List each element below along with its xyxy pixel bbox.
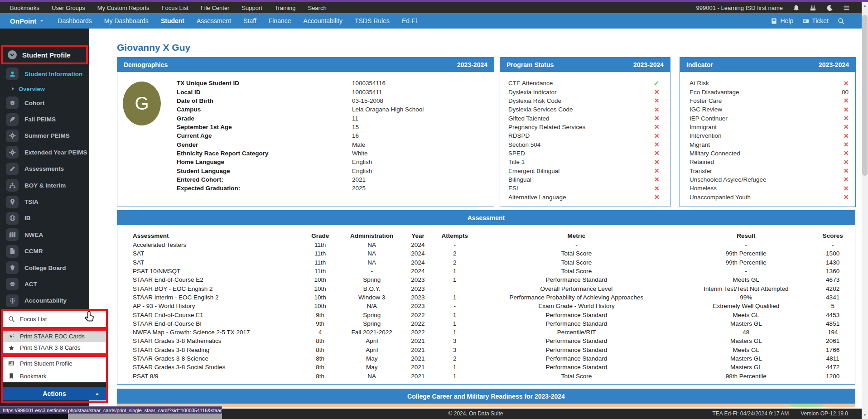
nav-item[interactable]: TSDS Rules	[355, 17, 390, 24]
nav-item[interactable]: Staff	[243, 17, 256, 24]
table-row: SAT 11th NA 2024 2 Total Score 99th Perc…	[117, 258, 855, 267]
grad-cap-icon	[9, 100, 16, 106]
top-menu-item[interactable]: Search	[308, 5, 326, 11]
demographics-panel: Demographics 2023-2024 G TX Unique Stude…	[117, 57, 494, 207]
top-menu-item[interactable]: User Groups	[52, 5, 85, 11]
top-menu-item[interactable]: Focus List	[162, 5, 188, 11]
sidebar-item[interactable]: Extended Year PEIMS	[0, 144, 89, 160]
print-cards-annotation: Print STAAR EOC Cards Print STAAR 3-8 Ca…	[1, 329, 108, 355]
sidebar-item[interactable]: CCMR	[0, 243, 89, 260]
assessment-table: Assessment Grade Administration Year Att…	[117, 231, 855, 380]
status-mark-icon: ×	[844, 150, 849, 156]
chevron-down-icon	[39, 19, 44, 23]
sidebar-item[interactable]: IB	[0, 210, 89, 226]
nav-right-link[interactable]: Help	[771, 17, 793, 24]
sidebar-item[interactable]: Assessments	[0, 161, 89, 177]
actions-button[interactable]: Actions	[3, 387, 106, 400]
nav-item[interactable]: Dashboards	[58, 17, 92, 24]
nav-item[interactable]: Finance	[269, 17, 291, 24]
student-profile-header[interactable]: Student Profile	[1, 45, 88, 64]
demographics-row: Date of Birth 03-15-2008	[177, 96, 489, 105]
program-status-row: Bilingual ×	[508, 175, 659, 184]
sidebar-item[interactable]: NWEA	[0, 226, 89, 243]
demographics-header: Demographics 2023-2024	[117, 58, 494, 72]
bell-icon[interactable]	[793, 5, 800, 11]
demographics-year: 2023-2024	[457, 61, 487, 68]
brand-menu[interactable]: OnPoint	[10, 17, 44, 25]
indicator-row: Transfer ×	[690, 166, 849, 175]
sidebar-item[interactable]: Summer PEIMS	[0, 128, 89, 144]
indicator-row: IGC Review ×	[690, 105, 849, 114]
scrollbar-up-arrow[interactable]: ▲	[862, 2, 868, 10]
indicator-row: Foster Care ×	[690, 96, 849, 105]
status-mark-icon: ×	[844, 168, 849, 174]
table-row: STAAR Grades 3-8 Social Studies 8th May …	[117, 363, 855, 371]
demographics-row: TX Unique Student ID 1000354116	[177, 79, 489, 87]
nav-item[interactable]: Ed-Fi	[402, 17, 417, 24]
id-card-icon	[8, 360, 14, 366]
top-menu-item[interactable]: Bookmarks	[10, 5, 39, 11]
demographics-row: Expected Graduation: 2025	[177, 184, 489, 193]
program-status-row: SPED ×	[508, 149, 659, 158]
scrollbar-thumb[interactable]	[862, 15, 868, 176]
top-menu-item[interactable]: My Custom Reports	[97, 5, 149, 11]
sidebar-item[interactable]: TSIA	[0, 193, 89, 210]
menu-item[interactable]: Print STAAR 3-8 Cards	[3, 342, 106, 353]
actions-annotation: Print Student Profile Bookmark Actions	[1, 355, 108, 403]
top-menu-item[interactable]: Training	[275, 5, 295, 11]
status-mark-icon: ×	[654, 124, 659, 130]
demographics-title: Demographics	[124, 61, 168, 68]
search-icon[interactable]	[838, 18, 844, 24]
sidebar-item[interactable]: College Board	[0, 260, 89, 276]
pencil-icon	[9, 165, 16, 172]
demographics-row: Campus Leia Oragana High School	[177, 105, 489, 114]
nav-item[interactable]: Assessment	[197, 17, 231, 24]
top-menu-item[interactable]: Support	[241, 5, 262, 11]
program-status-list: CTE Attendance ✓ Dyslexia Indicator × Dy…	[508, 79, 659, 202]
moon-icon[interactable]	[826, 5, 833, 11]
menu-icon[interactable]	[843, 5, 850, 11]
nav-item[interactable]: My Dashboards	[104, 17, 149, 24]
cake-icon[interactable]	[810, 5, 816, 11]
menu-item[interactable]: Bookmark	[3, 370, 106, 382]
sidebar-item[interactable]: BOY & Interim	[0, 177, 89, 193]
sidebar-item[interactable]: Overview	[0, 82, 89, 96]
pin-icon	[9, 198, 16, 205]
demographics-row: Ethnicity Race Report Category White	[177, 149, 489, 158]
indicator-row: At Risk ×	[690, 79, 849, 87]
table-row: PSAT 10/NMSQT 11th - 2024 1 Total Score …	[117, 267, 855, 275]
status-mark-icon: ×	[844, 185, 849, 192]
status-mark-icon: ×	[654, 106, 659, 113]
star-icon	[8, 345, 14, 351]
sidebar-item[interactable]: Accountability	[0, 293, 89, 309]
globe-icon	[9, 215, 16, 222]
nav-right: Help Ticket	[771, 17, 844, 24]
nav-right-links: Help Ticket	[771, 17, 829, 24]
ccmr-partial-green-cell	[791, 404, 823, 407]
sidebar-item[interactable]: Student Information	[0, 66, 89, 82]
sidebar-item[interactable]: Fall PEIMS	[0, 111, 89, 127]
table-row: SAT 11th NA 2024 2 Total Score 99th Perc…	[117, 249, 855, 258]
assessment-header: Assessment	[117, 211, 855, 225]
gear-icon	[9, 132, 16, 139]
sidebar-item[interactable]: Cohort	[0, 95, 89, 111]
chevron-up-icon	[95, 391, 100, 396]
nav-item[interactable]: Accountability	[304, 17, 342, 24]
indicator-row: Migrant ×	[690, 140, 849, 149]
indicator-row: Military Connected ×	[690, 149, 849, 158]
assessment-table-header: Assessment Grade Administration Year Att…	[117, 231, 855, 241]
scrollbar-down-arrow[interactable]: ▼	[862, 412, 868, 419]
bookmark-icon	[8, 373, 14, 379]
menu-item[interactable]: Print Student Profile	[3, 357, 106, 370]
status-mark-icon: ×	[654, 185, 659, 192]
top-menu-item[interactable]: File Center	[201, 5, 230, 11]
program-status-row: Pregnancy Related Services ×	[508, 123, 659, 131]
nav-right-link[interactable]: Ticket	[802, 17, 829, 24]
page-scrollbar[interactable]: ▲ ▼	[862, 2, 868, 419]
status-mark-icon: ×	[844, 133, 849, 139]
nav-item[interactable]: Student	[161, 17, 184, 24]
program-status-title: Program Status	[506, 61, 554, 68]
menu-item[interactable]: Print STAAR EOC Cards	[3, 331, 106, 342]
student-profile-label: Student Profile	[22, 51, 71, 59]
sidebar-item[interactable]: ACT	[0, 276, 89, 292]
